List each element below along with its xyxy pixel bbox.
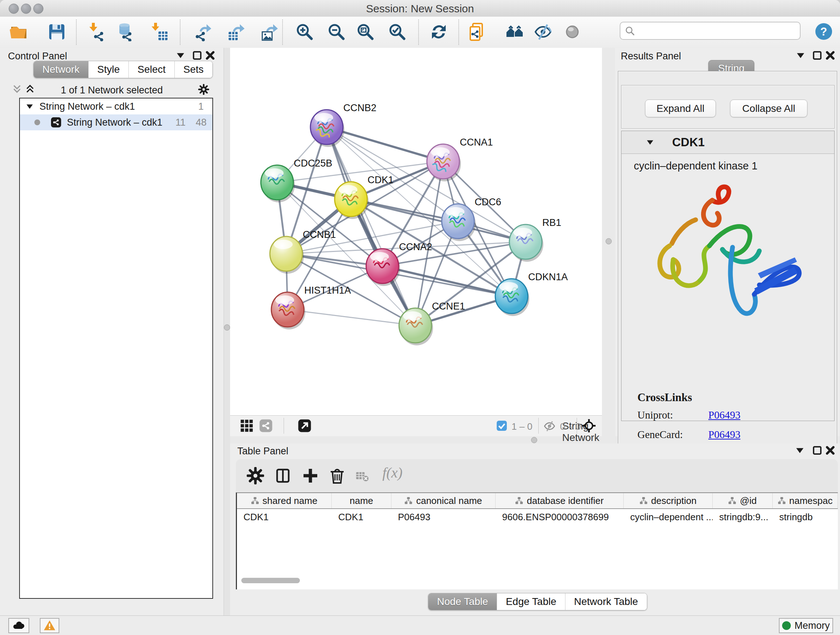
- toolbar-separator: [418, 19, 419, 45]
- add-column-icon[interactable]: [302, 467, 319, 485]
- column-type-icon: [639, 497, 647, 505]
- import-database-icon[interactable]: [115, 22, 134, 41]
- import-network-icon[interactable]: [86, 22, 105, 41]
- table-panel-float-icon[interactable]: [811, 445, 823, 456]
- node-CDK1[interactable]: CDK1: [335, 174, 393, 219]
- delete-column-icon[interactable]: [328, 467, 346, 485]
- table-row[interactable]: CDK1CDK1P064939606.ENSP00000378699cyclin…: [237, 509, 838, 525]
- results-panel-close-icon[interactable]: [824, 50, 836, 61]
- tab-network-table[interactable]: Network Table: [565, 593, 647, 610]
- edge-CCNA2-CDKN1A[interactable]: [382, 266, 512, 296]
- warnings-button[interactable]: [40, 618, 59, 633]
- network-node-count: 11: [175, 117, 186, 128]
- protein-structure-image: [641, 176, 815, 332]
- results-panel-collapse-icon[interactable]: [794, 50, 807, 61]
- zoom-in-icon[interactable]: [295, 22, 314, 41]
- table-cell[interactable]: CDK1: [332, 511, 392, 523]
- tab-select[interactable]: Select: [129, 61, 175, 78]
- crosslink-row: GeneCard:P06493: [638, 429, 815, 440]
- right-splitter[interactable]: [602, 48, 615, 436]
- table-settings-gear-icon[interactable]: [247, 467, 264, 485]
- gene-collapse-icon[interactable]: [645, 138, 655, 147]
- column-header-shared-name[interactable]: shared name: [237, 493, 332, 508]
- first-neighbors-icon[interactable]: [505, 22, 524, 41]
- edge-HIST1H1A-CCNE1[interactable]: [287, 310, 415, 325]
- hide-selected-icon[interactable]: [534, 22, 553, 41]
- cloud-status-button[interactable]: [8, 618, 29, 633]
- gene-section-header[interactable]: CDK1: [622, 131, 834, 154]
- open-session-icon[interactable]: [9, 22, 28, 41]
- crosslink-link[interactable]: P06493: [708, 429, 741, 440]
- network-status-dot: [34, 119, 40, 125]
- hidden-eye-icon[interactable]: [543, 420, 556, 432]
- crosslink-link[interactable]: P06493: [708, 409, 741, 421]
- search-input[interactable]: [620, 22, 801, 40]
- node-table[interactable]: shared namenamecanonical namedatabase id…: [236, 492, 838, 589]
- export-table-icon[interactable]: [227, 22, 246, 41]
- tab-sets[interactable]: Sets: [175, 61, 212, 78]
- export-image-icon[interactable]: [261, 22, 279, 41]
- node-HIST1H1A[interactable]: HIST1H1A: [271, 285, 351, 329]
- node-CDKN1A[interactable]: CDKN1A: [495, 272, 568, 316]
- column-header--id[interactable]: @id: [713, 493, 773, 508]
- network-options-gear-icon[interactable]: [197, 84, 210, 95]
- zoom-selected-icon[interactable]: [388, 22, 407, 41]
- column-type-icon: [251, 497, 259, 505]
- tab-node-table[interactable]: Node Table: [428, 593, 497, 610]
- node-CCNB2[interactable]: CCNB2: [310, 103, 377, 147]
- memory-button[interactable]: Memory: [779, 618, 833, 633]
- selected-checkbox-icon[interactable]: [496, 420, 508, 432]
- tab-edge-table[interactable]: Edge Table: [497, 593, 565, 610]
- left-splitter[interactable]: [224, 48, 231, 635]
- column-header-canonical-name[interactable]: canonical name: [392, 493, 496, 508]
- node-label-CDK1: CDK1: [368, 174, 393, 185]
- column-header-namespac[interactable]: namespac: [773, 493, 838, 508]
- export-network-icon[interactable]: [194, 22, 213, 41]
- network-row[interactable]: String Network – cdk1 11 48: [20, 114, 212, 130]
- node-label-CDC6: CDC6: [475, 196, 501, 207]
- column-header-description[interactable]: description: [624, 493, 713, 508]
- tab-network[interactable]: Network: [34, 61, 88, 78]
- window-title: Session: New Session: [0, 3, 840, 15]
- table-cell[interactable]: stringdb: [773, 511, 838, 523]
- zoom-out-icon[interactable]: [327, 22, 346, 41]
- column-header-database-identifier[interactable]: database identifier: [496, 493, 624, 508]
- table-panel-close-icon[interactable]: [824, 445, 836, 456]
- apply-layout-icon[interactable]: [429, 22, 448, 41]
- table-cell[interactable]: CDK1: [237, 511, 332, 523]
- main-toolbar: ?: [0, 17, 840, 48]
- network-canvas[interactable]: CCNB2CCNA1CDC25BCDK1CDC6RB1CCNB1CCNA2CDK…: [230, 48, 602, 415]
- table-cell[interactable]: 9606.ENSP00000378699: [496, 511, 624, 523]
- table-panel-collapse-icon[interactable]: [794, 445, 806, 456]
- results-panel-float-icon[interactable]: [811, 50, 823, 61]
- tab-style[interactable]: Style: [88, 61, 129, 78]
- table-cell[interactable]: stringdb:9...: [713, 511, 773, 523]
- network-badge-gray-icon[interactable]: [259, 418, 273, 433]
- show-all-icon[interactable]: [563, 22, 582, 41]
- zoom-fit-icon[interactable]: [356, 22, 375, 41]
- node-CCNA1[interactable]: CCNA1: [427, 137, 493, 181]
- table-cell[interactable]: P06493: [392, 511, 496, 523]
- view-grid-icon[interactable]: [240, 418, 254, 433]
- save-session-icon[interactable]: [47, 22, 66, 41]
- help-icon[interactable]: ?: [815, 22, 833, 41]
- svg-text:?: ?: [821, 25, 827, 38]
- column-type-icon: [404, 497, 412, 505]
- table-cell[interactable]: cyclin–dependent ...: [624, 511, 713, 523]
- control-panel-collapse-icon[interactable]: [174, 50, 187, 61]
- expand-all-button[interactable]: Expand All: [645, 100, 716, 117]
- collapse-all-button[interactable]: Collapse All: [730, 100, 807, 117]
- table-hscrollbar[interactable]: [241, 578, 300, 583]
- control-panel-close-icon[interactable]: [204, 50, 216, 61]
- column-header-name[interactable]: name: [332, 493, 392, 508]
- collection-expand-icon[interactable]: [25, 102, 34, 111]
- control-panel-float-icon[interactable]: [191, 50, 203, 61]
- network-from-selection-icon[interactable]: [467, 22, 486, 41]
- detach-view-icon[interactable]: [297, 418, 312, 433]
- birdseye-icon[interactable]: [582, 418, 596, 433]
- import-table-icon[interactable]: [150, 22, 169, 41]
- node-CCNE1[interactable]: CCNE1: [399, 301, 465, 345]
- node-RB1[interactable]: RB1: [509, 217, 561, 262]
- network-collection-row[interactable]: String Network – cdk1 1: [20, 98, 212, 114]
- show-columns-icon[interactable]: [274, 467, 292, 485]
